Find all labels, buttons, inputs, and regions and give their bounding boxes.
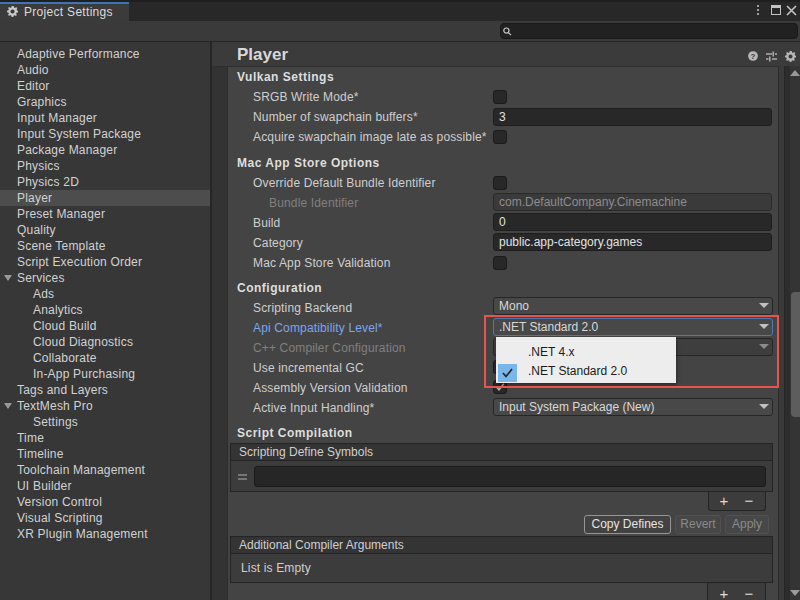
svg-text:?: ? [751, 52, 756, 61]
